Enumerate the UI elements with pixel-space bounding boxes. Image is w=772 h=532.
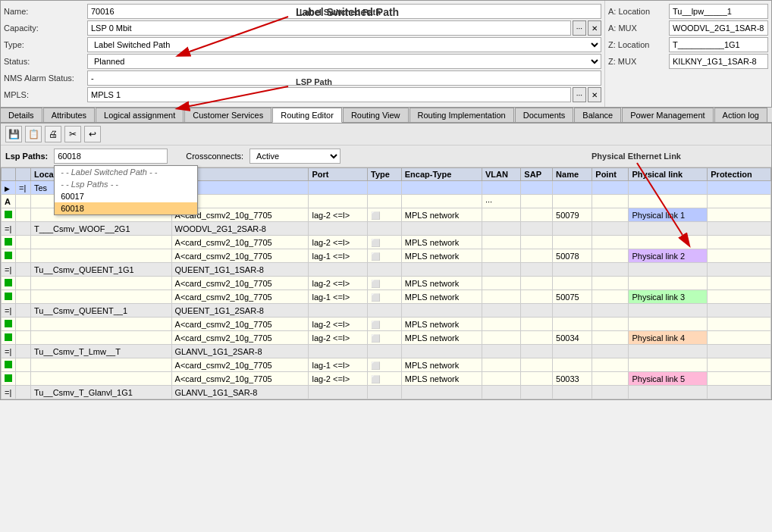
cell-phys <box>629 304 708 318</box>
toolbar-undo[interactable]: ↩ <box>84 126 101 142</box>
table-row[interactable]: A<card_csmv2_10g_7705 lag-2 <=I> ⬜ MPLS … <box>2 372 771 386</box>
a-location-input[interactable] <box>669 4 768 19</box>
capacity-field: ··· ✕ <box>87 20 601 36</box>
mpls-btn1[interactable]: ··· <box>573 87 586 102</box>
cell-card: A<card_csmv2_10g_7705 <box>171 358 309 372</box>
dropdown-item-paths-header: - - Lsp Paths - - <box>55 178 197 190</box>
dropdown-item-60017[interactable]: 60017 <box>55 190 197 202</box>
tab-details[interactable]: Details <box>0 108 42 122</box>
tab-balance[interactable]: Balance <box>574 108 621 122</box>
status-select[interactable]: Planned <box>87 54 601 69</box>
cell-local: Tu__Csmv_QUEENT__1 <box>31 304 172 318</box>
cell-type <box>368 386 402 399</box>
nms-input[interactable] <box>87 70 601 86</box>
cell-indicator <box>16 318 31 331</box>
status-row: Status: Planned <box>4 54 601 69</box>
lsp-paths-input[interactable] <box>54 149 168 164</box>
table-row[interactable]: A<card_csmv2_10g_7705 lag-1 <=I> ⬜ MPLS … <box>2 290 771 304</box>
table-row[interactable]: A<card_csmv2_10g_7705 lag-2 <=I> ⬜ MPLS … <box>2 236 771 249</box>
cell-encap: MPLS network <box>401 208 482 222</box>
toolbar-save[interactable]: 💾 <box>5 126 22 142</box>
table-row[interactable]: =| Tu__Csmv_QUEENT__1 QUEENT_1G1_2SAR-8 <box>2 304 771 318</box>
cell-prot <box>708 263 771 277</box>
type-select[interactable]: Label Switched Path <box>87 37 601 52</box>
cell-indicator <box>16 331 31 345</box>
cell-port <box>309 222 368 236</box>
tab-customer-services[interactable]: Customer Services <box>184 108 271 122</box>
tab-routing-view[interactable]: Routing View <box>343 108 409 122</box>
cell-type: ⬜ <box>368 358 402 372</box>
cell-port <box>309 263 368 277</box>
table-row[interactable]: A<card_csmv2_10g_7705 lag-2 <=I> ⬜ MPLS … <box>2 331 771 345</box>
cell-point <box>592 208 629 222</box>
lsp-paths-row: Lsp Paths: - - Label Switched Path - - -… <box>1 146 771 167</box>
dropdown-item-60018[interactable]: 60018 <box>55 202 197 214</box>
a-mux-input[interactable] <box>669 20 768 36</box>
table-row[interactable]: =| Tu__Csmv_T_Glanvl_1G1 GLANVL_1G1_SAR-… <box>2 386 771 399</box>
cell-name <box>553 386 592 399</box>
cell-point <box>592 263 629 277</box>
cell-encap: MPLS network <box>401 358 482 372</box>
tab-bar: Details Attributes Logical assignment Cu… <box>0 108 772 123</box>
cell-vlan <box>482 304 520 318</box>
table-row[interactable]: A<card_csmv2_10g_7705 lag-1 <=I> ⬜ MPLS … <box>2 249 771 263</box>
cell-point <box>592 318 629 331</box>
col-physical-link: Physical link <box>629 168 708 181</box>
table-row[interactable]: A<card_csmv2_10g_7705 lag-1 <=I> ⬜ MPLS … <box>2 358 771 372</box>
z-mux-input[interactable] <box>669 54 768 69</box>
cell-encap <box>401 263 482 277</box>
cell-type <box>368 345 402 358</box>
table-row[interactable]: A<card_csmv2_10g_7705 lag-2 <=I> ⬜ MPLS … <box>2 277 771 290</box>
tab-documents[interactable]: Documents <box>515 108 574 122</box>
tab-routing-editor[interactable]: Routing Editor <box>272 108 342 123</box>
cell-port <box>309 195 368 208</box>
tab-attributes[interactable]: Attributes <box>43 108 95 122</box>
cell-encap <box>401 195 482 208</box>
cell-vlan <box>482 372 520 386</box>
cell-local <box>31 290 172 304</box>
name-input[interactable] <box>87 4 601 19</box>
nms-row: NMS Alarm Status: <box>4 70 601 86</box>
cell-card: GLANVL_1G1_2SAR-8 <box>171 345 309 358</box>
a-location-label: A: Location <box>608 7 669 16</box>
toolbar-copy[interactable]: 📋 <box>25 126 42 142</box>
cell-expand: =| <box>2 222 16 236</box>
cell-point <box>592 277 629 290</box>
table-row[interactable]: A<card_csmv2_10g_7705 lag-2 <=I> ⬜ MPLS … <box>2 318 771 331</box>
cell-expand <box>2 236 16 249</box>
cell-port <box>309 181 368 195</box>
cell-vlan <box>482 181 520 195</box>
cell-type: ⬜ <box>368 236 402 249</box>
lsp-paths-label: Lsp Paths: <box>5 152 48 161</box>
tab-routing-implementation[interactable]: Routing Implementation <box>410 108 514 122</box>
table-row[interactable]: =| Tu__Csmv_T_Lmw__T GLANVL_1G1_2SAR-8 <box>2 345 771 358</box>
crossconnects-select[interactable]: Active Inactive <box>249 149 340 164</box>
tab-action-log[interactable]: Action log <box>714 108 767 122</box>
toolbar-cut[interactable]: ✂ <box>64 126 81 142</box>
cell-phys <box>629 181 708 195</box>
table-row[interactable]: =| Tu__Csmv_QUEENT_1G1 QUEENT_1G1_1SAR-8 <box>2 263 771 277</box>
tab-logical-assignment[interactable]: Logical assignment <box>96 108 184 122</box>
cell-prot <box>708 318 771 331</box>
cell-phys <box>629 345 708 358</box>
tab-power-management[interactable]: Power Management <box>622 108 713 122</box>
table-row[interactable]: =| T___Csmv_WOOF__2G1 WOODVL_2G1_2SAR-8 <box>2 222 771 236</box>
cell-name <box>553 263 592 277</box>
cell-point <box>592 386 629 399</box>
mpls-btn2[interactable]: ✕ <box>588 87 601 102</box>
cell-name: 50075 <box>553 290 592 304</box>
cell-point <box>592 304 629 318</box>
cell-port <box>309 304 368 318</box>
cell-phys: Physical link 4 <box>629 331 708 345</box>
capacity-input[interactable] <box>87 20 571 36</box>
cell-card: A<card_csmv2_10g_7705 <box>171 372 309 386</box>
capacity-btn1[interactable]: ··· <box>573 20 586 36</box>
z-location-input[interactable] <box>669 37 768 52</box>
cell-encap <box>401 345 482 358</box>
cell-local <box>31 318 172 331</box>
cell-port: lag-1 <=I> <box>309 290 368 304</box>
col-encap-type: Encap-Type <box>401 168 482 181</box>
capacity-btn2[interactable]: ✕ <box>588 20 601 36</box>
toolbar-print[interactable]: 🖨 <box>45 126 61 142</box>
mpls-input[interactable] <box>87 87 571 102</box>
